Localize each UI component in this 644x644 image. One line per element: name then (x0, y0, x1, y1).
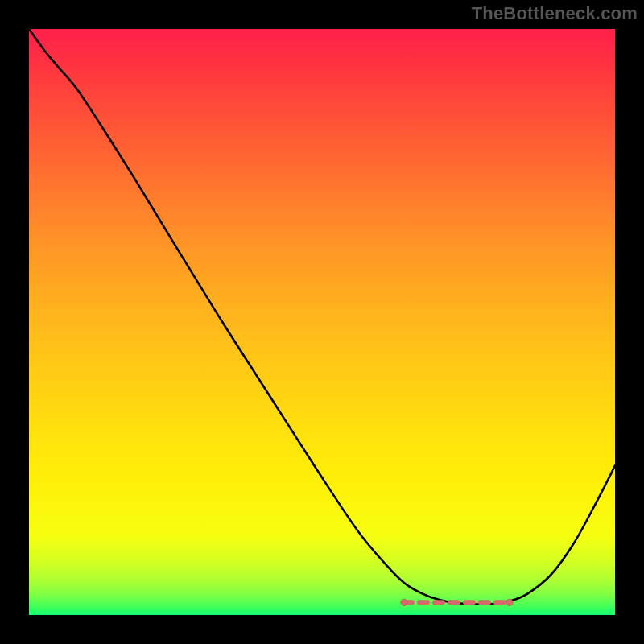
flat-segment-markers (401, 599, 513, 605)
plot-area (29, 29, 615, 615)
flat-segment-end-dot (506, 599, 513, 605)
bottleneck-curve (29, 29, 615, 615)
watermark-text: TheBottleneck.com (472, 3, 638, 24)
chart-frame: TheBottleneck.com (0, 0, 644, 644)
flat-segment-end-dot (401, 599, 407, 605)
curve-path (29, 29, 615, 605)
